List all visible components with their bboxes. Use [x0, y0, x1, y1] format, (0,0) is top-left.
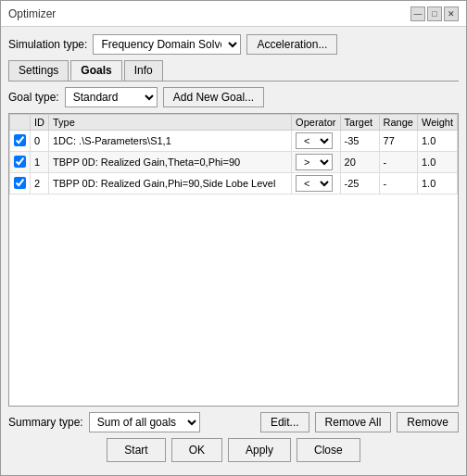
tab-settings[interactable]: Settings [8, 60, 69, 81]
tab-bar: Settings Goals Info [8, 60, 459, 81]
row-operator[interactable]: < [292, 131, 340, 152]
row-target: -25 [340, 173, 379, 194]
row-weight: 1.0 [417, 173, 457, 194]
close-button[interactable]: ✕ [444, 6, 459, 21]
acceleration-button[interactable]: Acceleration... [246, 34, 337, 55]
col-header-operator: Operator [292, 115, 340, 131]
bottom-controls-row: Summary type: Sum of all goalsMax of all… [8, 412, 459, 432]
simulation-type-select[interactable]: Frequency Domain SolverTime Domain Solve… [93, 34, 241, 55]
table-row: 1TBPP 0D: Realized Gain,Theta=0,Phi=90>2… [10, 152, 458, 173]
row-operator[interactable]: < [292, 173, 340, 194]
close-button-footer[interactable]: Close [297, 438, 360, 462]
row-weight: 1.0 [417, 152, 457, 173]
goals-table-container: ID Type Operator Target Range Weight 01D… [8, 113, 459, 407]
row-weight: 1.0 [417, 131, 457, 152]
main-content: Simulation type: Frequency Domain Solver… [1, 27, 466, 475]
goals-panel: Goal type: StandardCustom Add New Goal..… [8, 87, 459, 432]
col-header-range: Range [379, 115, 417, 131]
tab-goals[interactable]: Goals [70, 60, 121, 81]
col-header-check [10, 115, 31, 131]
row-checkbox[interactable] [10, 131, 31, 152]
tab-info[interactable]: Info [124, 60, 163, 81]
optimizer-window: Optimizer — □ ✕ Simulation type: Frequen… [0, 0, 467, 476]
row-type: 1DC: .\S-Parameters\S1,1 [49, 131, 292, 152]
row-checkbox[interactable] [10, 173, 31, 194]
remove-button[interactable]: Remove [397, 412, 459, 432]
remove-all-button[interactable]: Remove All [315, 412, 392, 432]
col-header-target: Target [340, 115, 379, 131]
minimize-button[interactable]: — [410, 6, 425, 21]
goals-table: ID Type Operator Target Range Weight 01D… [9, 114, 458, 194]
col-header-type: Type [49, 115, 292, 131]
maximize-button[interactable]: □ [427, 6, 442, 21]
row-id: 2 [31, 173, 49, 194]
apply-button[interactable]: Apply [228, 438, 291, 462]
row-target: -35 [340, 131, 379, 152]
title-bar: Optimizer — □ ✕ [1, 1, 466, 27]
row-range: - [379, 152, 417, 173]
row-type: TBPP 0D: Realized Gain,Phi=90,Side Lobe … [49, 173, 292, 194]
row-id: 1 [31, 152, 49, 173]
simulation-type-label: Simulation type: [8, 38, 87, 51]
row-target: 20 [340, 152, 379, 173]
add-new-goal-button[interactable]: Add New Goal... [163, 87, 264, 107]
window-controls: — □ ✕ [410, 6, 459, 21]
goal-type-label: Goal type: [8, 91, 59, 104]
goal-type-row: Goal type: StandardCustom Add New Goal..… [8, 87, 459, 107]
row-operator[interactable]: > [292, 152, 340, 173]
simulation-type-row: Simulation type: Frequency Domain Solver… [8, 34, 459, 55]
edit-button[interactable]: Edit... [260, 412, 309, 432]
footer-button-row: Start OK Apply Close [8, 438, 459, 468]
row-checkbox[interactable] [10, 152, 31, 173]
col-header-id: ID [31, 115, 49, 131]
goal-type-select[interactable]: StandardCustom [65, 87, 158, 107]
summary-type-select[interactable]: Sum of all goalsMax of all goals [89, 412, 200, 432]
col-header-weight: Weight [417, 115, 457, 131]
row-id: 0 [31, 131, 49, 152]
table-row: 01DC: .\S-Parameters\S1,1<-35771.0 [10, 131, 458, 152]
row-range: 77 [379, 131, 417, 152]
window-title: Optimizer [8, 7, 56, 20]
row-type: TBPP 0D: Realized Gain,Theta=0,Phi=90 [49, 152, 292, 173]
summary-type-label: Summary type: [8, 416, 83, 429]
table-row: 2TBPP 0D: Realized Gain,Phi=90,Side Lobe… [10, 173, 458, 194]
start-button[interactable]: Start [107, 438, 165, 462]
row-range: - [379, 173, 417, 194]
ok-button[interactable]: OK [171, 438, 222, 462]
